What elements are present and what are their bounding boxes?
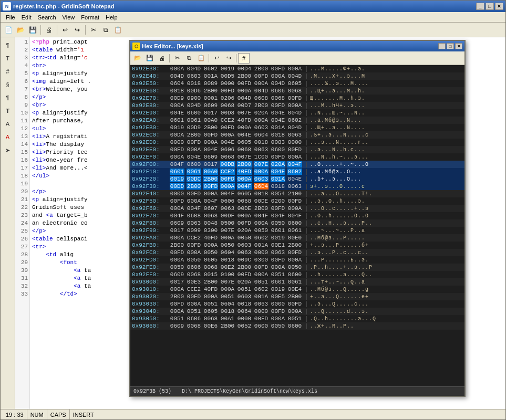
minimize-button[interactable]: _: [476, 3, 484, 10]
save-button[interactable]: 💾: [27, 24, 38, 36]
menu-help[interactable]: Help: [102, 13, 121, 22]
hex-undo-button[interactable]: ↩: [211, 53, 222, 64]
status-caps: CAPS: [47, 410, 70, 419]
hex-content[interactable]: 0x92E30: 000A004D0602001900D42B0000FD000…: [130, 65, 464, 386]
sidebar-a2-icon[interactable]: A: [2, 131, 14, 143]
main-toolbar: 📄 📂 💾 🖨 ↩ ↪ ✂ ⧉ 📋: [1, 23, 505, 37]
hex-row-32: 0x93030: 00FD000A0051060400180063000000F…: [130, 300, 464, 308]
hex-row-18: 0x92F50: 00FD000A004F0606006800DE020000F…: [130, 197, 464, 205]
undo-button[interactable]: ↩: [59, 24, 71, 36]
hex-row-33: 0x93040: 000A0051060500180064000000FD000…: [130, 308, 464, 315]
sidebar-a1-icon[interactable]: A: [2, 118, 14, 130]
hex-rows[interactable]: 0x92E30: 000A004D0602001900D42B0000FD000…: [130, 65, 464, 386]
sidebar-t2-icon[interactable]: T: [2, 105, 14, 117]
hex-row-2: 0x92E50: 060400180089000000FD000A004D060…: [130, 80, 464, 87]
hex-row-23: 0x92FA0: 000ACCE240FD000A00500602001900E…: [130, 234, 464, 242]
hex-copy-button[interactable]: ⧉: [183, 53, 195, 64]
menu-bar: File Edit Search View Format Help: [1, 12, 505, 23]
sidebar-arrow-icon[interactable]: ➤: [2, 144, 14, 156]
hex-cut-button[interactable]: ✂: [171, 53, 183, 64]
status-bar: 19 : 33 NUM CAPS INSERT: [1, 409, 505, 419]
sidebar-section-icon[interactable]: §: [2, 79, 14, 90]
hex-row-34: 0x93050: 00510606006800A1000000FD000A005…: [130, 315, 464, 322]
menu-view[interactable]: View: [59, 13, 78, 22]
hex-row-25: 0x92FC0: 00FD000A0050060400630000006300F…: [130, 249, 464, 256]
hex-paste-button[interactable]: 📋: [195, 53, 207, 64]
maximize-button[interactable]: □: [486, 3, 494, 10]
main-window: N register.inc.php - GridinSoft Notepad …: [0, 0, 506, 420]
toolbar-sep-3: [85, 25, 86, 35]
toolbar-sep-1: [40, 25, 41, 35]
hex-row-16: 0x92F30: 00DD2B0000FD000A004F06D40018006…: [130, 183, 464, 190]
hex-row-26: 0x92FD0: 000A005006050018009C030000FD000…: [130, 256, 464, 264]
hex-save-button[interactable]: 💾: [144, 53, 156, 64]
hex-row-28: 0x92FF0: 060900680015010000FD000A0051060…: [130, 271, 464, 278]
menu-edit[interactable]: Edit: [18, 13, 35, 22]
hex-status-path: D:\_PROJECTS\KeyGen\GridinSoft\new\keys.…: [182, 388, 317, 394]
cut-button[interactable]: ✂: [88, 24, 99, 36]
main-title: register.inc.php - GridinSoft Notepad: [13, 3, 476, 9]
hex-open-button[interactable]: 📂: [132, 53, 143, 64]
status-insert: INSERT: [70, 410, 97, 419]
hex-minimize-button[interactable]: _: [438, 43, 446, 49]
hex-row-22: 0x92F90: 001700990300007E020A00500601006…: [130, 227, 464, 234]
hex-redo-button[interactable]: ↪: [223, 53, 234, 64]
window-controls: _ □ ✕: [476, 3, 503, 10]
app-icon: N: [3, 2, 11, 10]
hex-maximize-button[interactable]: □: [447, 43, 454, 49]
menu-search[interactable]: Search: [35, 13, 59, 22]
toolbar-sep-2: [57, 25, 57, 35]
hex-row-29: 0x93000: 001700E32B00007E020A00510601006…: [130, 278, 464, 286]
hex-row-9: 0x92EC0: 00DA2B0000FD000A004E06040018006…: [130, 131, 464, 139]
new-button[interactable]: 📄: [3, 24, 14, 36]
copy-button[interactable]: ⧉: [100, 24, 111, 36]
hex-editor-icon: ⬡: [132, 43, 140, 50]
line-numbers: 1 2 3 4 5 6 7 8 9 10 11 12 13 14 15 16 1: [15, 37, 30, 409]
hex-row-31: 0x93020: 2B0000FD000A00510603001A00E52B0…: [130, 293, 464, 300]
hex-row-1: 0x92E40: 004D0603001A00D52B0000FD000A004…: [130, 72, 464, 80]
open-button[interactable]: 📂: [15, 24, 26, 36]
close-button[interactable]: ✕: [495, 3, 503, 10]
hex-row-27: 0x92FE0: 00500606006800E22B0000FD000A005…: [130, 264, 464, 271]
hex-row-10: 0x92ED0: 000000FD000A004E060500180083000…: [130, 139, 464, 146]
hex-row-0: 0x92E30: 000A004D0602001900D42B0000FD000…: [130, 65, 464, 72]
sidebar-hash-icon[interactable]: #: [2, 66, 14, 77]
hex-row-7: 0x92EA0: 0601006100A0CCE240FD000A004E060…: [130, 117, 464, 124]
hex-title: Hex Editor... [keys.xls]: [142, 43, 438, 49]
hex-row-15: 0x92F20: 001900DC2B0000FD000A0603001A004…: [130, 175, 464, 183]
hex-print-button[interactable]: 🖨: [156, 53, 168, 64]
hex-status-bar: 0x92F3B (53) D:\_PROJECTS\KeyGen\GridinS…: [130, 386, 464, 396]
main-title-bar: N register.inc.php - GridinSoft Notepad …: [1, 1, 505, 12]
hex-row-4: 0x92E70: 00D9090000010206004D0608006800F…: [130, 94, 464, 102]
hex-toolbar: 📂 💾 🖨 ✂ ⧉ 📋 ↩ ↪ #: [130, 51, 464, 65]
status-time: 19 : 33: [3, 410, 27, 419]
hex-row-3: 0x92E60: 001800D62B0000FD000A004D0606006…: [130, 87, 464, 94]
hex-row-30: 0x93010: 000ACCE240FD000A00510602001900E…: [130, 286, 464, 293]
sidebar-text-icon[interactable]: T: [2, 52, 14, 64]
print-button[interactable]: 🖨: [43, 24, 55, 36]
hex-row-24: 0x92FB0: 2B0000FD000A00500603001A00E12B0…: [130, 242, 464, 249]
sidebar-para-icon[interactable]: ¶: [2, 39, 14, 51]
hex-hash-button[interactable]: #: [238, 53, 250, 64]
hex-row-8: 0x92EB0: 001900D92B0000FD000A0603001A004…: [130, 124, 464, 131]
left-sidebar: ¶ T # § ¶ T A A ➤: [1, 37, 15, 409]
hex-close-button[interactable]: ✕: [455, 43, 462, 49]
hex-row-6: 0x92E90: 004E0600001700D8007E020A004E004…: [130, 109, 464, 117]
paste-button[interactable]: 📋: [112, 24, 123, 36]
hex-title-bar: ⬡ Hex Editor... [keys.xls] _ □ ✕: [130, 41, 464, 51]
menu-file[interactable]: File: [3, 13, 18, 22]
hex-status-addr: 0x92F3B (53): [133, 388, 171, 394]
hex-row-13: 0x92F00: 004F0600001700DB2B00007E020A004…: [130, 161, 464, 168]
status-num: NUM: [27, 410, 47, 419]
content-area: ¶ T # § ¶ T A A ➤ 1 2 3 4 5 6 7 8: [1, 37, 505, 409]
hex-row-35: 0x93060: 0609006800E62B00005206000050060…: [130, 322, 464, 330]
hex-row-12: 0x92EF0: 000A004E06090068007E1C0000FD000…: [130, 153, 464, 161]
hex-row-14: 0x92F10: 0601006100A0CCE240FD000A004F060…: [130, 168, 464, 175]
hex-row-19: 0x92F60: 000A004F0607006300DE2B0000FD000…: [130, 205, 464, 212]
redo-button[interactable]: ↪: [71, 24, 83, 36]
hex-row-21: 0x92F80: 060900630048050000FD000A0050060…: [130, 219, 464, 227]
menu-format[interactable]: Format: [78, 13, 102, 22]
hex-row-11: 0x92EE0: 00FD000A004E060600680063060000F…: [130, 146, 464, 153]
hex-row-17: 0x92F40: 000000FD000A004F060500180054210…: [130, 190, 464, 197]
sidebar-para2-icon[interactable]: ¶: [2, 92, 14, 103]
